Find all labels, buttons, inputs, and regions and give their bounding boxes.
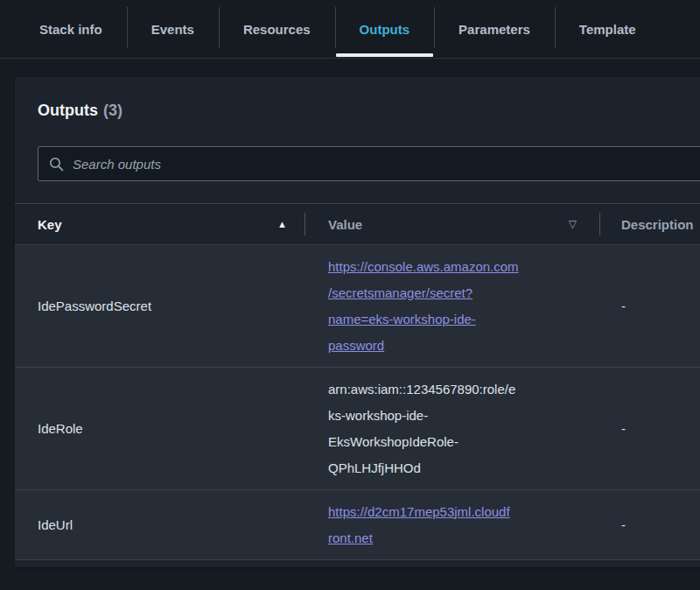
outputs-panel: Outputs(3) Key ▲ Value ▽ Description (15, 77, 700, 567)
output-value-link[interactable]: https://d2cm17mep53jml.cloudf ront.net (328, 499, 510, 551)
cloudformation-stack-detail-screen: Stack info Events Resources Outputs Para… (0, 0, 700, 590)
table-row: IdePasswordSecret https://console.aws.am… (15, 245, 700, 368)
value-line: EksWorkshopIdeRole- (328, 429, 515, 455)
tab-events[interactable]: Events (127, 0, 219, 58)
value-line: password (328, 333, 519, 359)
tab-outputs[interactable]: Outputs (335, 0, 435, 58)
search-outputs-input[interactable] (73, 157, 692, 172)
table-row: IdeRole arn:aws:iam::1234567890:role/e k… (15, 368, 700, 490)
value-line: ront.net (328, 525, 510, 551)
value-line: https://console.aws.amazon.com (328, 254, 519, 280)
outputs-table-header: Key ▲ Value ▽ Description (15, 204, 700, 245)
output-value-link[interactable]: https://console.aws.amazon.com /secretsm… (328, 254, 519, 359)
panel-title-text: Outputs (38, 102, 98, 119)
value-line: ks-workshop-ide- (328, 403, 515, 429)
output-description: - (599, 490, 700, 559)
search-icon (49, 157, 64, 172)
output-key: IdeRole (15, 368, 304, 489)
output-description: - (599, 368, 700, 489)
value-line: QPhLHJfjHHOd (328, 455, 515, 481)
value-line: arn:aws:iam::1234567890:role/e (328, 376, 515, 403)
column-header-description[interactable]: Description (599, 204, 700, 244)
output-description: - (599, 245, 700, 367)
tab-resources[interactable]: Resources (219, 0, 335, 58)
value-line: name=eks-workshop-ide- (328, 306, 519, 333)
sort-inactive-icon: ▽ (569, 219, 577, 229)
outputs-count: (3) (103, 102, 122, 119)
output-key: IdePasswordSecret (15, 245, 304, 367)
table-row: IdeUrl https://d2cm17mep53jml.cloudf ron… (15, 490, 700, 560)
output-value-text: arn:aws:iam::1234567890:role/e ks-worksh… (328, 376, 515, 481)
tab-stack-info[interactable]: Stack info (15, 0, 127, 58)
sort-ascending-icon: ▲ (277, 220, 287, 229)
value-line: https://d2cm17mep53jml.cloudf (328, 499, 510, 525)
value-line: /secretsmanager/secret? (328, 280, 519, 306)
tab-parameters[interactable]: Parameters (434, 0, 555, 58)
column-header-key[interactable]: Key ▲ (15, 204, 304, 244)
search-outputs-box (38, 146, 700, 181)
output-value-cell: https://console.aws.amazon.com /secretsm… (304, 245, 599, 367)
outputs-panel-header: Outputs(3) (15, 77, 700, 204)
outputs-table-body: IdePasswordSecret https://console.aws.am… (15, 245, 700, 560)
output-key: IdeUrl (15, 490, 304, 559)
panel-title: Outputs(3) (38, 100, 700, 122)
column-header-value[interactable]: Value ▽ (304, 204, 599, 244)
output-value-cell: https://d2cm17mep53jml.cloudf ront.net (304, 490, 599, 559)
column-header-value-label: Value (328, 217, 362, 232)
tab-template[interactable]: Template (555, 0, 661, 58)
column-header-key-label: Key (38, 217, 62, 232)
stack-tab-bar: Stack info Events Resources Outputs Para… (0, 0, 700, 59)
column-header-description-label: Description (621, 217, 694, 232)
output-value-cell: arn:aws:iam::1234567890:role/e ks-worksh… (304, 368, 599, 489)
